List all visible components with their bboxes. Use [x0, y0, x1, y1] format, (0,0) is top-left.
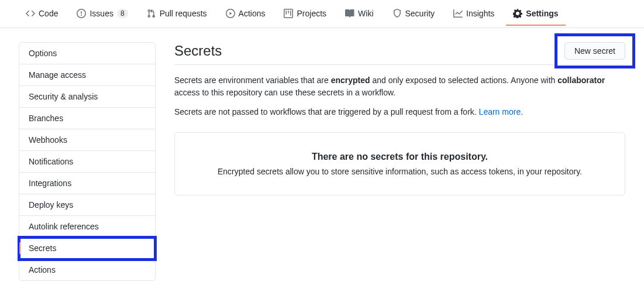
- sidebar-item-integrations[interactable]: Integrations: [19, 173, 155, 194]
- book-icon: [345, 9, 354, 18]
- page-header: Secrets New secret: [174, 42, 625, 65]
- code-icon: [26, 9, 35, 18]
- tab-security[interactable]: Security: [385, 2, 442, 26]
- empty-state: There are no secrets for this repository…: [174, 132, 625, 195]
- tab-insights[interactable]: Insights: [446, 2, 501, 26]
- tab-settings-label: Settings: [526, 9, 558, 18]
- settings-sidebar: Options Manage access Security & analysi…: [19, 42, 156, 281]
- tab-actions-label: Actions: [239, 9, 266, 18]
- description-2: Secrets are not passed to workflows that…: [174, 106, 625, 118]
- sidebar-item-actions[interactable]: Actions: [19, 259, 155, 280]
- empty-state-desc: Encrypted secrets allow you to store sen…: [194, 167, 606, 176]
- tab-issues[interactable]: Issues 8: [70, 2, 135, 26]
- tab-pulls-label: Pull requests: [160, 9, 207, 18]
- sidebar-item-webhooks[interactable]: Webhooks: [19, 129, 155, 151]
- shield-icon: [392, 9, 402, 18]
- content-area: Secrets New secret Secrets are environme…: [174, 42, 625, 281]
- description-1: Secrets are environment variables that a…: [174, 74, 625, 99]
- tab-actions[interactable]: Actions: [219, 2, 273, 26]
- tab-security-label: Security: [405, 9, 435, 18]
- tab-settings[interactable]: Settings: [506, 2, 565, 26]
- project-icon: [284, 9, 293, 18]
- tab-code-label: Code: [39, 9, 58, 18]
- gear-icon: [513, 9, 522, 18]
- sidebar-item-options[interactable]: Options: [19, 43, 155, 64]
- play-icon: [226, 9, 235, 18]
- pull-request-icon: [147, 9, 156, 18]
- sidebar-item-manage-access[interactable]: Manage access: [19, 64, 155, 86]
- tab-wiki[interactable]: Wiki: [338, 2, 380, 26]
- sidebar-item-notifications[interactable]: Notifications: [19, 151, 155, 173]
- issues-icon: [77, 9, 86, 18]
- new-secret-highlight: New secret: [555, 33, 635, 68]
- graph-icon: [453, 9, 463, 18]
- issues-count-badge: 8: [117, 9, 128, 18]
- page-title: Secrets: [174, 43, 222, 59]
- tab-insights-label: Insights: [466, 9, 494, 18]
- sidebar-item-branches[interactable]: Branches: [19, 108, 155, 129]
- learn-more-link[interactable]: Learn more: [479, 107, 521, 116]
- empty-state-title: There are no secrets for this repository…: [194, 152, 606, 162]
- tab-code[interactable]: Code: [19, 2, 65, 26]
- tab-issues-label: Issues: [89, 9, 113, 18]
- repo-nav: Code Issues 8 Pull requests Actions Proj…: [0, 0, 644, 28]
- tab-pulls[interactable]: Pull requests: [140, 2, 214, 26]
- main-layout: Options Manage access Security & analysi…: [0, 28, 644, 295]
- tab-wiki-label: Wiki: [358, 9, 373, 18]
- new-secret-button[interactable]: New secret: [564, 42, 625, 60]
- sidebar-item-security-analysis[interactable]: Security & analysis: [19, 86, 155, 108]
- tab-projects-label: Projects: [297, 9, 326, 18]
- sidebar-item-deploy-keys[interactable]: Deploy keys: [19, 194, 155, 216]
- sidebar-item-secrets[interactable]: Secrets: [19, 238, 155, 259]
- sidebar-item-autolink[interactable]: Autolink references: [19, 216, 155, 238]
- tab-projects[interactable]: Projects: [277, 2, 333, 26]
